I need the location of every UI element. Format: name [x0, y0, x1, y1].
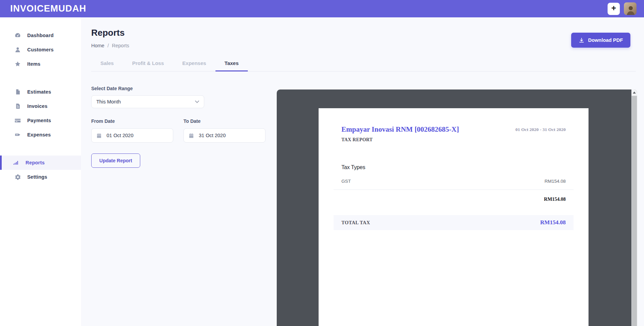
sidebar-item-label: Dashboard [27, 33, 54, 38]
to-date-group: To Date 31 Oct 2020 [183, 118, 265, 143]
breadcrumb-home-link[interactable]: Home [91, 43, 104, 48]
total-tax-row: TOTAL TAX RM154.08 [334, 215, 574, 230]
sidebar-item-label: Items [27, 61, 41, 67]
chevron-down-icon [195, 100, 199, 103]
tax-types-heading: Tax Types [341, 164, 574, 170]
payments-card-icon [14, 117, 21, 124]
page-title: Reports [91, 28, 644, 38]
items-star-icon [14, 60, 21, 68]
topbar: INVOICEMUDAH + [0, 0, 644, 17]
sidebar-item-label: Reports [26, 160, 45, 165]
customers-icon [14, 46, 21, 53]
tax-subtotal: RM154.08 [341, 196, 566, 202]
update-report-button[interactable]: Update Report [91, 153, 140, 168]
scrollbar-thumb[interactable] [632, 96, 637, 326]
tax-row-name: GST [341, 179, 351, 184]
sidebar-item-estimates[interactable]: Estimates [0, 85, 81, 99]
tax-row-amount: RM154.08 [545, 179, 566, 184]
pdf-page: Empayar Inovasi RNM [002682685-X] 01 Oct… [319, 108, 589, 326]
app-logo: INVOICEMUDAH [10, 3, 86, 14]
sidebar-group-gap [0, 71, 81, 85]
invoices-file-icon [14, 102, 21, 110]
tab-sales[interactable]: Sales [91, 57, 123, 71]
to-date-input[interactable]: 31 Oct 2020 [183, 128, 265, 143]
to-date-label: To Date [183, 118, 265, 124]
download-pdf-button[interactable]: Download PDF [571, 33, 630, 48]
company-name: Empayar Inovasi RNM [002682685-X] [341, 125, 459, 134]
dashboard-icon [14, 32, 21, 39]
report-filters: Select Date Range This Month From Date 0… [91, 86, 268, 168]
breadcrumb-separator: / [108, 43, 109, 48]
pdf-viewer: Empayar Inovasi RNM [002682685-X] 01 Oct… [277, 89, 637, 326]
from-date-label: From Date [91, 118, 173, 124]
pdf-header: Empayar Inovasi RNM [002682685-X] 01 Oct… [334, 125, 574, 134]
breadcrumb-current: Reports [112, 43, 129, 48]
add-new-button[interactable]: + [608, 3, 620, 15]
expenses-tag-icon [14, 131, 21, 138]
sidebar-item-invoices[interactable]: Invoices [0, 99, 81, 113]
report-tabs: Sales Profit & Loss Expenses Taxes [91, 57, 636, 71]
calendar-icon [96, 133, 102, 138]
sidebar-item-label: Expenses [27, 132, 51, 137]
topbar-actions: + [608, 2, 637, 15]
report-title: TAX REPORT [341, 137, 574, 143]
download-pdf-label: Download PDF [588, 37, 623, 43]
user-avatar[interactable] [624, 2, 637, 15]
sidebar-item-customers[interactable]: Customers [0, 43, 81, 57]
from-date-group: From Date 01 Oct 2020 [91, 118, 173, 143]
download-icon [579, 37, 584, 43]
total-tax-label: TOTAL TAX [341, 220, 370, 226]
sidebar-item-label: Payments [27, 118, 51, 123]
to-date-value: 31 Oct 2020 [199, 133, 226, 138]
settings-gear-icon [14, 173, 21, 181]
sidebar-item-label: Settings [27, 174, 47, 180]
estimates-file-icon [14, 88, 21, 96]
sidebar: Dashboard Customers Items Estimates Invo… [0, 17, 81, 326]
breadcrumb: Home / Reports [91, 43, 644, 48]
sidebar-item-settings[interactable]: Settings [0, 170, 81, 184]
sidebar-item-payments[interactable]: Payments [0, 113, 81, 128]
scrollbar-up-arrow-icon[interactable] [631, 89, 637, 96]
date-fields-row: From Date 01 Oct 2020 To Date 31 Oct 202… [91, 118, 268, 143]
sidebar-group-gap [0, 142, 81, 156]
date-range-select[interactable]: This Month [91, 95, 204, 108]
date-range-selected-value: This Month [96, 99, 121, 104]
tab-taxes[interactable]: Taxes [215, 57, 248, 71]
sidebar-item-dashboard[interactable]: Dashboard [0, 28, 81, 43]
sidebar-item-expenses[interactable]: Expenses [0, 128, 81, 142]
sidebar-item-label: Invoices [27, 103, 48, 109]
sidebar-item-label: Estimates [27, 89, 51, 95]
tab-profit-loss[interactable]: Profit & Loss [123, 57, 173, 71]
report-period: 01 Oct 2020 - 31 Oct 2020 [515, 127, 566, 132]
sidebar-item-items[interactable]: Items [0, 57, 81, 71]
calendar-icon [189, 133, 194, 138]
tax-row: GST RM154.08 [341, 179, 566, 184]
viewer-scrollbar[interactable] [631, 89, 637, 326]
divider [334, 190, 574, 190]
tab-expenses[interactable]: Expenses [173, 57, 215, 71]
total-tax-amount: RM154.08 [540, 219, 566, 226]
sidebar-item-reports[interactable]: Reports [0, 156, 81, 170]
date-range-label: Select Date Range [91, 86, 268, 91]
reports-chart-icon [12, 159, 20, 166]
sidebar-item-label: Customers [27, 47, 54, 52]
from-date-value: 01 Oct 2020 [107, 133, 133, 138]
from-date-input[interactable]: 01 Oct 2020 [91, 128, 173, 143]
